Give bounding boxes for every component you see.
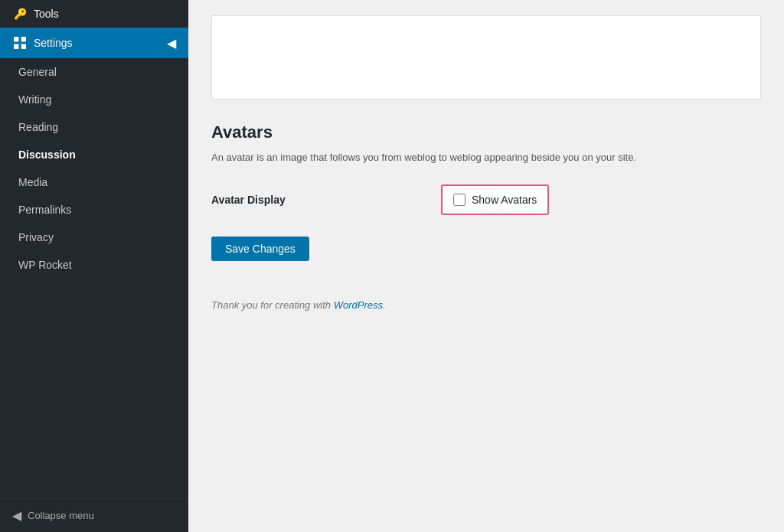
settings-icon [12, 35, 28, 51]
svg-rect-1 [21, 37, 26, 41]
sidebar-item-media-label: Media [18, 176, 47, 188]
show-avatars-wrapper: Show Avatars [441, 184, 549, 215]
active-arrow-icon: ◀ [167, 36, 176, 51]
top-content-box [211, 15, 761, 100]
sidebar-item-tools[interactable]: 🔑 Tools [0, 0, 188, 28]
svg-rect-3 [21, 44, 26, 49]
sidebar-item-discussion-label: Discussion [18, 149, 76, 161]
sidebar-item-discussion[interactable]: Discussion [0, 141, 188, 168]
section-description: An avatar is an image that follows you f… [211, 150, 761, 166]
sidebar-item-privacy-label: Privacy [18, 231, 54, 243]
sidebar-item-wprocket-label: WP Rocket [18, 259, 72, 271]
avatar-display-label: Avatar Display [211, 194, 441, 206]
sidebar-item-writing-label: Writing [18, 93, 51, 106]
section-title: Avatars [211, 122, 761, 142]
save-changes-button[interactable]: Save Changes [211, 237, 309, 261]
main-content: Avatars An avatar is an image that follo… [188, 0, 784, 532]
sidebar-item-reading[interactable]: Reading [0, 113, 188, 141]
sidebar-item-reading-label: Reading [18, 121, 58, 133]
sidebar: 🔑 Tools Settings ◀ General Writing Readi… [0, 0, 188, 532]
sidebar-item-media[interactable]: Media [0, 168, 188, 196]
tools-icon: 🔑 [12, 6, 28, 21]
svg-rect-2 [14, 44, 18, 49]
sidebar-item-wprocket[interactable]: WP Rocket [0, 251, 188, 279]
footer-text: Thank you for creating with WordPress. [211, 299, 761, 311]
sidebar-item-general[interactable]: General [0, 58, 188, 86]
collapse-icon: ◀ [12, 508, 21, 523]
avatar-display-control: Show Avatars [441, 184, 549, 215]
sidebar-item-settings[interactable]: Settings ◀ [0, 28, 188, 58]
sidebar-item-settings-label: Settings [34, 37, 73, 49]
show-avatars-label[interactable]: Show Avatars [472, 194, 537, 206]
sidebar-item-tools-label: Tools [34, 8, 59, 20]
svg-rect-0 [14, 37, 18, 41]
sidebar-item-privacy[interactable]: Privacy [0, 224, 188, 251]
sidebar-item-general-label: General [18, 66, 57, 78]
sidebar-item-writing[interactable]: Writing [0, 86, 188, 113]
sidebar-item-permalinks[interactable]: Permalinks [0, 196, 188, 224]
avatar-display-row: Avatar Display Show Avatars [211, 184, 761, 215]
collapse-menu-label: Collapse menu [28, 510, 94, 521]
collapse-menu-button[interactable]: ◀ Collapse menu [0, 498, 188, 532]
footer-static-text: Thank you for creating with [211, 299, 334, 311]
sidebar-item-permalinks-label: Permalinks [18, 204, 71, 216]
wordpress-link[interactable]: WordPress [334, 299, 383, 311]
show-avatars-checkbox[interactable] [453, 194, 466, 206]
